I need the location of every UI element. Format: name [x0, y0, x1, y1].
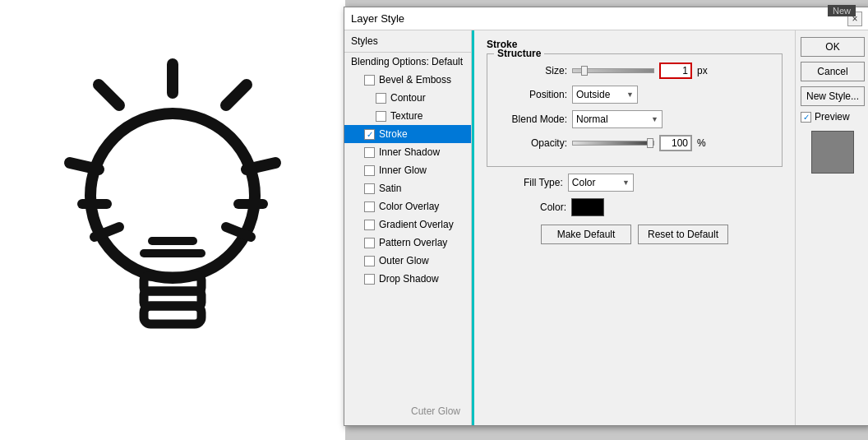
size-slider-thumb[interactable] — [581, 66, 588, 76]
layer-style-dialog: Layer Style × Styles Blending Options: D… — [344, 7, 868, 426]
fill-type-row: Fill Type: Color ▼ — [487, 174, 783, 192]
sidebar-item-blending-options[interactable]: Blending Options: Default — [344, 53, 471, 71]
sidebar-item-inner-shadow[interactable]: Inner Shadow — [344, 143, 471, 161]
position-label: Position: — [497, 89, 567, 100]
svg-line-3 — [99, 85, 119, 105]
blend-mode-dropdown-arrow: ▼ — [651, 115, 658, 123]
size-label: Size: — [497, 65, 567, 76]
size-unit: px — [697, 65, 708, 76]
fill-type-dropdown-arrow: ▼ — [622, 178, 630, 187]
blend-mode-label: Blend Mode: — [497, 113, 567, 125]
position-dropdown-arrow: ▼ — [626, 90, 634, 99]
opacity-label: Opacity: — [497, 137, 567, 149]
cuter-glow-label: Cuter Glow — [411, 405, 460, 417]
sidebar-item-stroke[interactable]: Stroke — [344, 125, 471, 143]
pattern-overlay-checkbox[interactable] — [364, 238, 375, 248]
styles-header: Styles — [344, 30, 471, 53]
size-row: Size: px — [497, 63, 772, 79]
sidebar-item-pattern-overlay[interactable]: Pattern Overlay — [344, 234, 471, 252]
structure-title: Structure — [494, 48, 544, 59]
new-style-button[interactable]: New Style... — [801, 86, 865, 106]
canvas-area — [0, 0, 345, 440]
preview-label: Preview — [815, 111, 850, 123]
fill-type-label: Fill Type: — [524, 177, 563, 188]
position-row: Position: Outside ▼ — [497, 86, 772, 104]
sidebar-item-inner-glow[interactable]: Inner Glow — [344, 161, 471, 179]
structure-section: Structure Size: px Position: Outside ▼ — [487, 53, 783, 167]
svg-line-1 — [226, 85, 247, 105]
opacity-row: Opacity: % — [497, 135, 772, 151]
sidebar-item-texture[interactable]: Texture — [344, 107, 471, 125]
right-buttons-panel: OK Cancel New Style... Preview — [795, 30, 868, 425]
opacity-unit: % — [697, 137, 706, 149]
cancel-button[interactable]: Cancel — [801, 62, 865, 81]
size-slider[interactable] — [572, 68, 654, 73]
opacity-slider-thumb[interactable] — [647, 138, 653, 148]
svg-rect-8 — [144, 306, 201, 324]
dialog-title: Layer Style — [351, 12, 404, 25]
sidebar-item-gradient-overlay[interactable]: Gradient Overlay — [344, 215, 471, 234]
dialog-body: Styles Blending Options: Default Bevel &… — [344, 30, 868, 425]
color-swatch[interactable] — [571, 198, 604, 216]
contour-checkbox[interactable] — [376, 93, 386, 104]
color-overlay-checkbox[interactable] — [364, 201, 375, 212]
color-row: Color: — [487, 198, 783, 216]
color-label: Color: — [540, 201, 566, 213]
lightbulb-icon — [49, 48, 296, 393]
blend-mode-select[interactable]: Normal ▼ — [572, 110, 663, 128]
bottom-buttons: Make Default Reset to Default — [487, 225, 783, 244]
blend-mode-row: Blend Mode: Normal ▼ — [497, 110, 772, 128]
preview-swatch — [811, 131, 854, 174]
make-default-button[interactable]: Make Default — [541, 225, 631, 244]
sidebar-item-bevel-emboss[interactable]: Bevel & Emboss — [344, 71, 471, 89]
outer-glow-checkbox[interactable] — [364, 256, 375, 266]
stroke-checkbox[interactable] — [364, 129, 375, 140]
title-bar: Layer Style × — [344, 7, 868, 30]
texture-checkbox[interactable] — [376, 111, 386, 122]
satin-checkbox[interactable] — [364, 183, 375, 194]
stroke-settings-panel: Stroke Structure Size: px Position: — [472, 30, 795, 425]
ok-button[interactable]: OK — [801, 37, 865, 57]
sidebar-item-outer-glow[interactable]: Outer Glow — [344, 252, 471, 270]
sidebar-item-color-overlay[interactable]: Color Overlay — [344, 197, 471, 215]
preview-row: Preview — [801, 111, 864, 123]
bevel-emboss-checkbox[interactable] — [364, 75, 375, 86]
opacity-input[interactable] — [659, 135, 692, 151]
inner-shadow-checkbox[interactable] — [364, 147, 375, 158]
preview-checkbox[interactable] — [801, 112, 811, 123]
drop-shadow-checkbox[interactable] — [364, 274, 375, 285]
sidebar-item-drop-shadow[interactable]: Drop Shadow — [344, 270, 471, 288]
reset-default-button[interactable]: Reset to Default — [638, 225, 728, 244]
size-input[interactable] — [659, 63, 692, 79]
sidebar-item-contour[interactable]: Contour — [344, 89, 471, 107]
fill-type-select[interactable]: Color ▼ — [568, 174, 634, 192]
gradient-overlay-checkbox[interactable] — [364, 220, 375, 230]
inner-glow-checkbox[interactable] — [364, 165, 375, 176]
sidebar-item-satin[interactable]: Satin — [344, 179, 471, 197]
position-select[interactable]: Outside ▼ — [572, 86, 638, 104]
opacity-slider[interactable] — [572, 141, 654, 146]
new-badge: New — [828, 5, 856, 16]
styles-panel: Styles Blending Options: Default Bevel &… — [344, 30, 472, 425]
styles-header-label: Styles — [351, 35, 378, 47]
